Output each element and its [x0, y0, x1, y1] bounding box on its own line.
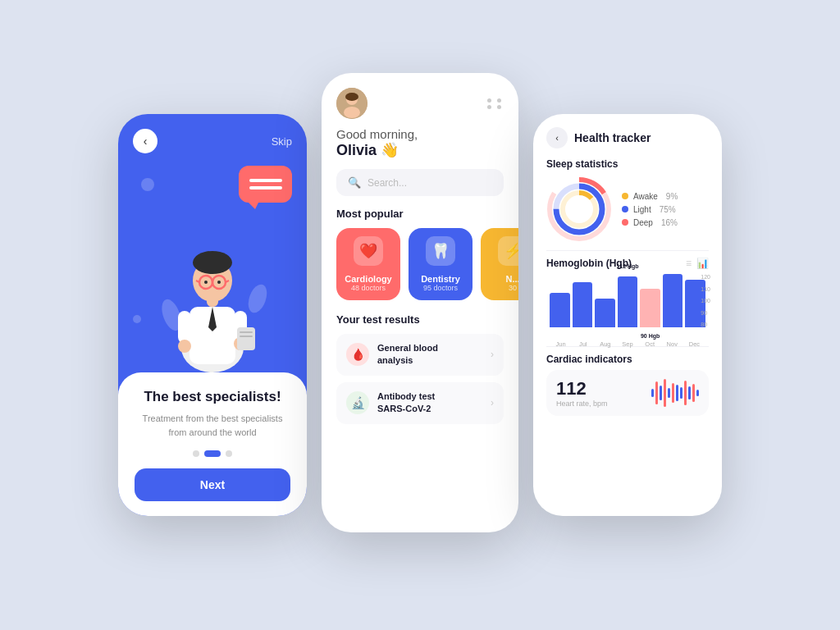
dot-1 [193, 450, 199, 457]
label-nov: Nov [661, 340, 683, 348]
label-sep: Sep [616, 340, 638, 348]
speech-bubble [239, 166, 292, 203]
back-button[interactable]: ‹ [133, 129, 158, 153]
blood-test-name: General bloodanalysis [377, 342, 438, 368]
dentistry-icon: 🦷 [426, 236, 455, 266]
awake-dot [622, 193, 628, 199]
skip-button[interactable]: Skip [272, 135, 292, 148]
cardiac-title: Cardiac indicators [546, 354, 709, 365]
search-icon: 🔍 [348, 176, 361, 189]
light-dot [622, 206, 628, 212]
svg-point-19 [217, 281, 221, 284]
dot-2-active [204, 450, 221, 457]
heartbeat-visualization [651, 378, 699, 408]
legend-awake: Awake 9% [622, 192, 678, 201]
test-results-list: 🩸 General bloodanalysis › 🔬 Antibody tes… [322, 334, 518, 431]
next-button[interactable]: Next [135, 468, 290, 501]
deep-pct: 16% [661, 218, 678, 227]
svg-point-26 [345, 93, 358, 101]
phone1-header: ‹ Skip [118, 114, 307, 153]
doctor-svg [155, 208, 270, 372]
greeting-section: Good morning, Olivia 👋 [322, 127, 518, 169]
legend-deep: Deep 16% [622, 218, 678, 227]
deco-circle-2 [133, 315, 141, 323]
hgb-bar-chart: 120 110 100 90 80 [546, 274, 709, 340]
bars-container: 120 110 100 90 80 [546, 274, 709, 327]
light-pct: 75% [660, 205, 676, 214]
hb-6 [672, 383, 674, 403]
category-dentistry[interactable]: 🦷 Dentistry 95 doctors [409, 228, 472, 300]
label-oct: Oct [639, 340, 661, 348]
cardiology-count: 48 doctors [351, 284, 386, 292]
menu-dot-4 [497, 105, 501, 109]
cardiac-value: 112 [556, 378, 608, 399]
neurology-name: N... [505, 274, 518, 284]
svg-rect-9 [240, 336, 253, 337]
dentistry-name: Dentistry [421, 274, 460, 284]
svg-point-21 [244, 282, 270, 316]
test-blood-left: 🩸 General bloodanalysis [346, 342, 438, 368]
bar-jun [550, 293, 570, 327]
hb-5 [668, 388, 670, 398]
bar-aug [595, 299, 615, 327]
blood-icon: 🩸 [346, 343, 369, 366]
hb-3 [660, 386, 662, 400]
hgb-icons: ≡ 📊 [686, 258, 709, 269]
list-icon[interactable]: ≡ [686, 258, 692, 269]
svg-rect-7 [237, 327, 255, 350]
bar-x-labels: Jun Jul Aug Sep Oct Nov Dec [546, 340, 709, 348]
test-item-antibody[interactable]: 🔬 Antibody testSARS-CoV-2 › [336, 382, 504, 424]
cardiac-section: Cardiac indicators 112 Heart rate, bpm [533, 354, 722, 424]
most-popular-title: Most popular [322, 208, 518, 228]
search-bar[interactable]: 🔍 Search... [336, 169, 504, 196]
bar-oct: 90 Hgb [640, 289, 660, 327]
phone3-health-tracker: ‹ Health tracker Sleep statistics [533, 114, 722, 516]
hb-7 [676, 385, 678, 401]
sleep-donut-chart [546, 176, 612, 242]
antibody-test-name: Antibody testSARS-CoV-2 [377, 390, 435, 416]
doctor-illustration [118, 153, 307, 372]
svg-point-12 [193, 251, 232, 274]
test-results-title: Your test results [322, 313, 518, 334]
menu-button[interactable] [487, 98, 504, 109]
deep-dot [622, 219, 628, 226]
test-item-blood[interactable]: 🩸 General bloodanalysis › [336, 334, 504, 376]
antibody-icon: 🔬 [346, 391, 369, 414]
chart-icon[interactable]: 📊 [696, 258, 709, 269]
hb-10 [688, 386, 691, 399]
bar-nov [663, 274, 683, 327]
category-cardiology[interactable]: ❤️ Cardiology 48 doctors [336, 228, 400, 300]
divider-1 [546, 250, 709, 251]
sleep-legend: Awake 9% Light 75% Deep 16% [622, 192, 678, 227]
category-neurology[interactable]: ⚡ N... 30 [481, 228, 518, 300]
phone2-header [322, 73, 518, 127]
menu-dot-2 [497, 98, 501, 103]
legend-light: Light 75% [622, 205, 678, 214]
health-back-icon: ‹ [555, 133, 559, 143]
bar-oct-annotation: 90 Hgb [641, 333, 660, 339]
test-antibody-left: 🔬 Antibody testSARS-CoV-2 [346, 390, 435, 416]
bar-sep: 112 Hgb [618, 276, 638, 327]
hb-1 [651, 389, 654, 397]
health-back-button[interactable]: ‹ [546, 127, 568, 148]
bubble-line-1 [249, 179, 282, 182]
cardiac-card: 112 Heart rate, bpm [546, 370, 709, 416]
phone1-bottom: The best specialists! Treatment from the… [118, 372, 307, 516]
greeting-line2: Olivia 👋 [336, 141, 504, 159]
phone1-title: The best specialists! [144, 389, 281, 405]
hb-9 [684, 381, 687, 405]
phones-container: ‹ Skip [94, 73, 746, 557]
hgb-section: Hemoglobin (Hgb) ≡ 📊 120 110 100 90 80 [533, 258, 722, 346]
svg-point-5 [178, 340, 191, 353]
dot-3 [226, 450, 232, 457]
svg-point-18 [204, 281, 208, 284]
search-placeholder: Search... [368, 177, 407, 189]
deco-circle-1 [141, 178, 154, 191]
progress-dots [193, 450, 232, 457]
label-jul: Jul [572, 340, 594, 348]
awake-pct: 9% [666, 192, 678, 201]
hb-8 [680, 387, 682, 399]
category-cards: ❤️ Cardiology 48 doctors 🦷 Dentistry 95 … [322, 228, 518, 313]
hb-11 [692, 384, 695, 402]
blood-chevron: › [491, 349, 494, 360]
